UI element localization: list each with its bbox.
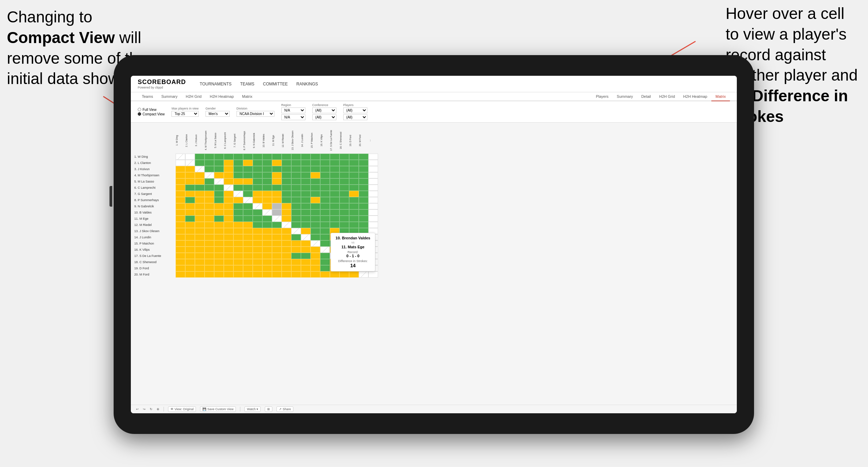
cell-19-11[interactable]: [272, 265, 282, 271]
cell-5-12[interactable]: [282, 178, 291, 185]
cell-9-13[interactable]: [291, 203, 301, 209]
cell-10-4[interactable]: [205, 209, 214, 216]
cell-12-21[interactable]: [368, 222, 378, 228]
cell-17-4[interactable]: [205, 253, 214, 259]
cell-3-7[interactable]: [233, 166, 243, 172]
cell-5-14[interactable]: [301, 178, 311, 185]
cell-10-17[interactable]: [330, 209, 339, 216]
cell-10-10[interactable]: [262, 209, 272, 216]
cell-8-9[interactable]: [253, 197, 262, 203]
cell-20-21[interactable]: [368, 271, 378, 278]
cell-16-9[interactable]: [253, 247, 262, 253]
cell-11-2[interactable]: [185, 216, 195, 222]
cell-13-9[interactable]: [253, 228, 262, 234]
nav-committee[interactable]: COMMITTEE: [263, 80, 288, 88]
cell-18-11[interactable]: [272, 259, 282, 265]
cell-1-18[interactable]: [339, 154, 349, 160]
compact-view-label[interactable]: Compact View: [138, 112, 165, 116]
cell-17-8[interactable]: [243, 253, 253, 259]
cell-20-3[interactable]: [195, 271, 205, 278]
cell-12-19[interactable]: [349, 222, 359, 228]
cell-1-10[interactable]: [262, 154, 272, 160]
cell-8-7[interactable]: [233, 197, 243, 203]
cell-4-17[interactable]: [330, 172, 339, 178]
nav-teams[interactable]: TEAMS: [240, 80, 254, 88]
cell-7-5[interactable]: [214, 191, 224, 197]
cell-8-11[interactable]: [272, 197, 282, 203]
cell-3-19[interactable]: [349, 166, 359, 172]
cell-19-5[interactable]: [214, 265, 224, 271]
cell-5-17[interactable]: [330, 178, 339, 185]
cell-18-13[interactable]: [291, 259, 301, 265]
subtab-summary-right[interactable]: Summary: [613, 92, 637, 101]
cell-12-17[interactable]: [330, 222, 339, 228]
cell-10-14[interactable]: [301, 209, 311, 216]
cell-8-20[interactable]: [359, 197, 368, 203]
cell-1-4[interactable]: [205, 154, 214, 160]
cell-12-3[interactable]: [195, 222, 205, 228]
cell-1-21[interactable]: [368, 154, 378, 160]
cell-6-18[interactable]: [339, 185, 349, 191]
cell-17-14[interactable]: [301, 253, 311, 259]
cell-15-4[interactable]: [205, 240, 214, 247]
cell-2-16[interactable]: [320, 160, 330, 166]
cell-19-14[interactable]: [301, 265, 311, 271]
cell-13-2[interactable]: [185, 228, 195, 234]
cell-1-9[interactable]: [253, 154, 262, 160]
cell-11-8[interactable]: [243, 216, 253, 222]
cell-12-5[interactable]: [214, 222, 224, 228]
cell-16-1[interactable]: [176, 247, 185, 253]
cell-15-7[interactable]: [233, 240, 243, 247]
cell-9-17[interactable]: [330, 203, 339, 209]
cell-1-16[interactable]: [320, 154, 330, 160]
cell-2-4[interactable]: [205, 160, 214, 166]
players-select2[interactable]: (All): [343, 114, 367, 120]
cell-4-21[interactable]: [368, 172, 378, 178]
cell-8-8[interactable]: [243, 197, 253, 203]
cell-6-13[interactable]: [291, 185, 301, 191]
cell-2-21[interactable]: [368, 160, 378, 166]
cell-16-11[interactable]: [272, 247, 282, 253]
cell-16-4[interactable]: [205, 247, 214, 253]
cell-16-14[interactable]: [301, 247, 311, 253]
cell-12-11[interactable]: [272, 222, 282, 228]
cell-6-12[interactable]: [282, 185, 291, 191]
cell-20-12[interactable]: [282, 271, 291, 278]
cell-19-15[interactable]: [311, 265, 320, 271]
subtab-h2h-heatmap-right[interactable]: H2H Heatmap: [679, 92, 711, 101]
cell-15-8[interactable]: [243, 240, 253, 247]
cell-20-16[interactable]: [320, 271, 330, 278]
cell-20-17[interactable]: [330, 271, 339, 278]
cell-11-10[interactable]: [262, 216, 272, 222]
cell-3-21[interactable]: [368, 166, 378, 172]
cell-18-8[interactable]: [243, 259, 253, 265]
cell-13-4[interactable]: [205, 228, 214, 234]
cell-6-5[interactable]: [214, 185, 224, 191]
cell-5-11[interactable]: [272, 178, 282, 185]
cell-1-7[interactable]: [233, 154, 243, 160]
cell-7-13[interactable]: [291, 191, 301, 197]
cell-13-11[interactable]: [272, 228, 282, 234]
cell-11-20[interactable]: [359, 216, 368, 222]
cell-5-18[interactable]: [339, 178, 349, 185]
cell-19-4[interactable]: [205, 265, 214, 271]
cell-5-21[interactable]: [368, 178, 378, 185]
cell-6-2[interactable]: [185, 185, 195, 191]
cell-9-21[interactable]: [368, 203, 378, 209]
subtab-players[interactable]: Players: [592, 92, 613, 101]
cell-13-16[interactable]: [320, 228, 330, 234]
cell-3-2[interactable]: [185, 166, 195, 172]
cell-9-18[interactable]: [339, 203, 349, 209]
cell-9-5[interactable]: [214, 203, 224, 209]
cell-4-6[interactable]: [224, 172, 233, 178]
cell-5-5[interactable]: [214, 178, 224, 185]
cell-1-1[interactable]: [176, 154, 185, 160]
cell-10-11[interactable]: [272, 209, 282, 216]
cell-5-7[interactable]: [233, 178, 243, 185]
cell-20-1[interactable]: [176, 271, 185, 278]
cell-6-8[interactable]: [243, 185, 253, 191]
cell-8-17[interactable]: [330, 197, 339, 203]
cell-20-13[interactable]: [291, 271, 301, 278]
cell-12-20[interactable]: [359, 222, 368, 228]
cell-7-19[interactable]: [349, 191, 359, 197]
